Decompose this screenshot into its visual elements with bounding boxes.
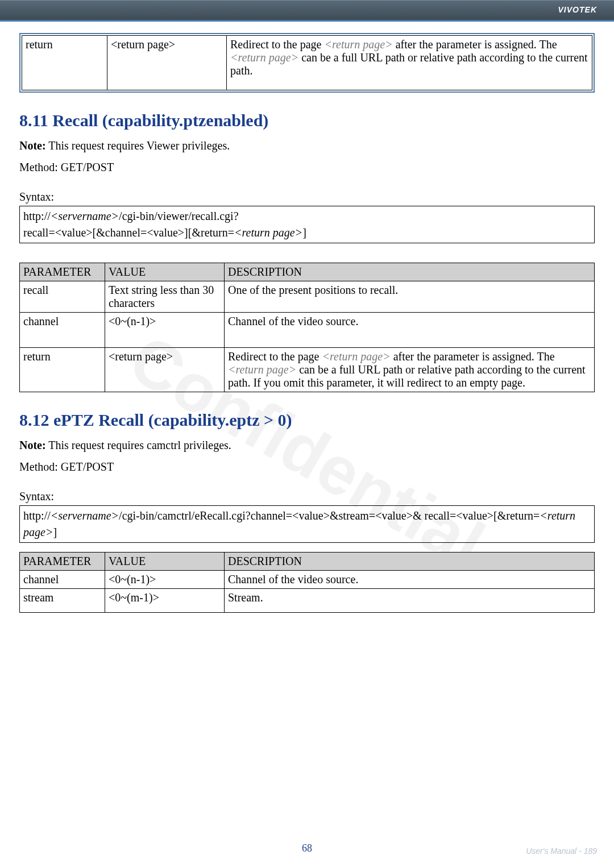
page-number: 68 [0, 842, 614, 854]
cell-value: <0~(n-1)> [105, 313, 225, 348]
header-bar: VIVOTEK [0, 0, 614, 20]
cell-desc: Stream. [225, 589, 595, 613]
footer-manual: User's Manual - 189 [526, 846, 597, 855]
table-row: return <return page> Redirect to the pag… [20, 348, 595, 392]
syntax-returnpage: <return page> [234, 226, 302, 239]
desc-text: Redirect to the page [230, 38, 325, 51]
syntax-box-811: http://<servername>/cgi-bin/viewer/recal… [19, 206, 595, 243]
cell-desc: Channel of the video source. [225, 571, 595, 589]
top-table-wrap: return <return page> Redirect to the pag… [19, 33, 595, 93]
syntax-text: ] [53, 526, 57, 538]
desc-text: Redirect to the page [228, 350, 322, 363]
th-value: VALUE [105, 263, 225, 281]
table-row: channel <0~(n-1)> Channel of the video s… [20, 571, 595, 589]
cell-value: <return page> [105, 348, 225, 392]
table-header-row: PARAMETER VALUE DESCRIPTION [20, 553, 595, 571]
note-text: This request requires camctrl privileges… [46, 439, 231, 451]
cell-desc: Redirect to the page <return page> after… [227, 36, 592, 90]
cell-desc: Redirect to the page <return page> after… [225, 348, 595, 392]
syntax-box-812: http://<servername>/cgi-bin/camctrl/eRec… [19, 505, 595, 543]
syntax-label: Syntax: [19, 490, 595, 503]
desc-returnpage: <return page> [230, 51, 298, 64]
brand-logo: VIVOTEK [558, 5, 597, 14]
th-description: DESCRIPTION [225, 553, 595, 571]
syntax-text: ] [302, 226, 306, 239]
section-heading-812: 8.12 ePTZ Recall (capability.eptz > 0) [19, 410, 595, 430]
cell-value: <0~(m-1)> [105, 589, 225, 613]
top-param-table: return <return page> Redirect to the pag… [22, 35, 592, 90]
cell-value: <0~(n-1)> [105, 571, 225, 589]
cell-value: Text string less than 30 characters [105, 281, 225, 313]
desc-text: after the parameter is assigned. The [393, 38, 557, 51]
note-line: Note: This request requires camctrl priv… [19, 437, 595, 454]
syntax-label: Syntax: [19, 190, 595, 203]
syntax-text: http:// [23, 509, 51, 522]
note-text: This request requires Viewer privileges. [46, 139, 230, 152]
syntax-text: /cgi-bin/camctrl/eRecall.cgi?channel=<va… [119, 509, 540, 522]
syntax-text: http:// [23, 210, 51, 222]
note-label: Note: [19, 139, 46, 152]
cell-desc: One of the present positions to recall. [225, 281, 595, 313]
note-line: Note: This request requires Viewer privi… [19, 137, 595, 154]
th-description: DESCRIPTION [225, 263, 595, 281]
desc-returnpage: <return page> [228, 363, 296, 376]
table-row: recall Text string less than 30 characte… [20, 281, 595, 313]
cell-param: return [20, 348, 105, 392]
method-line: Method: GET/POST [19, 458, 595, 475]
desc-returnpage: <return page> [325, 38, 393, 51]
th-value: VALUE [105, 553, 225, 571]
cell-value: <return page> [107, 36, 227, 90]
desc-returnpage: <return page> [322, 350, 391, 363]
cell-desc: Channel of the video source. [225, 313, 595, 348]
desc-text: after the parameter is assigned. The [391, 350, 555, 363]
method-line: Method: GET/POST [19, 159, 595, 176]
table-header-row: PARAMETER VALUE DESCRIPTION [20, 263, 595, 281]
table-row: channel <0~(n-1)> Channel of the video s… [20, 313, 595, 348]
th-parameter: PARAMETER [20, 553, 105, 571]
cell-param: channel [20, 571, 105, 589]
table-row: return <return page> Redirect to the pag… [22, 36, 592, 90]
th-parameter: PARAMETER [20, 263, 105, 281]
syntax-text: recall=<value>[&channel=<value>][&return… [23, 226, 234, 239]
note-label: Note: [19, 439, 46, 451]
cell-param: recall [20, 281, 105, 313]
cell-param: channel [20, 313, 105, 348]
cell-param: stream [20, 589, 105, 613]
section-heading-811: 8.11 Recall (capability.ptzenabled) [19, 111, 595, 130]
syntax-server: <servername> [51, 509, 119, 522]
syntax-server: <servername> [51, 210, 119, 222]
syntax-text: /cgi-bin/viewer/recall.cgi? [119, 210, 238, 222]
table-row: stream <0~(m-1)> Stream. [20, 589, 595, 613]
cell-param: return [22, 36, 107, 90]
param-table-812: PARAMETER VALUE DESCRIPTION channel <0~(… [19, 552, 595, 613]
param-table-811: PARAMETER VALUE DESCRIPTION recall Text … [19, 263, 595, 392]
